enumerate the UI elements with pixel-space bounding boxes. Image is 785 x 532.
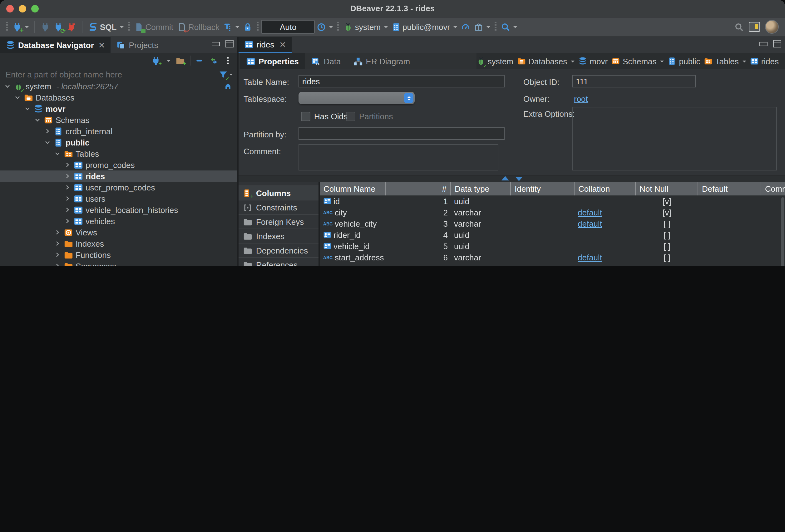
transaction-history-button[interactable]	[317, 22, 333, 31]
header-column-name[interactable]: Column Name	[320, 182, 386, 196]
column-row-vehicle-id[interactable]: vehicle_id 5 uuid [ ]	[320, 240, 785, 252]
chevron-right-icon[interactable]	[54, 251, 61, 258]
editor-tab-rides[interactable]: rides ✕	[238, 37, 292, 53]
connect-button[interactable]	[41, 22, 50, 31]
tree-item-tables[interactable]: Tables	[0, 148, 237, 159]
breadcrumb-movr[interactable]: movr	[578, 56, 608, 66]
active-schema-select[interactable]: public@movr	[391, 22, 457, 31]
transaction-log-button[interactable]	[223, 22, 239, 31]
breadcrumb-rides[interactable]: rides	[750, 56, 779, 66]
owner-link[interactable]: root	[574, 94, 588, 104]
side-tab-dependencies[interactable]: Dependencies	[238, 244, 319, 258]
commit-button[interactable]: Commit	[134, 22, 173, 31]
table-name-input[interactable]	[299, 75, 505, 87]
chevron-right-icon[interactable]	[64, 172, 71, 180]
chevron-down-icon[interactable]	[24, 105, 31, 112]
splitter-sash[interactable]	[238, 175, 785, 182]
search-button[interactable]	[501, 22, 517, 31]
column-row-rider-id[interactable]: rider_id 4 uuid [ ]	[320, 229, 785, 240]
view-menu-icon[interactable]	[224, 56, 232, 65]
maximize-editor-icon[interactable]	[773, 40, 781, 47]
lock-button[interactable]	[243, 22, 253, 31]
chevron-down-icon[interactable]	[54, 150, 61, 157]
maximize-panel-icon[interactable]	[225, 40, 233, 47]
extra-options-box[interactable]	[572, 107, 777, 171]
dashboard-button[interactable]	[461, 22, 470, 31]
breadcrumb-public[interactable]: public	[668, 56, 700, 66]
collation-link[interactable]: default	[578, 264, 602, 266]
vertical-scrollbar[interactable]	[781, 197, 784, 266]
side-tab-constraints[interactable]: Constraints	[238, 200, 319, 215]
disconnect-button[interactable]	[67, 22, 76, 31]
header-default[interactable]: Default	[698, 182, 761, 196]
header-collation[interactable]: Collation	[575, 182, 636, 196]
tree-item-sequences[interactable]: Sequences	[0, 260, 237, 266]
link-with-editor-icon[interactable]	[209, 56, 219, 65]
reconnect-button[interactable]: ⟳	[54, 22, 63, 31]
tree-item-promo-codes[interactable]: promo_codes	[0, 159, 237, 171]
minimize-panel-icon[interactable]	[212, 42, 220, 46]
tree-item-public[interactable]: public	[0, 137, 237, 148]
collation-link[interactable]: default	[578, 253, 602, 262]
commit-mode-select[interactable]: Auto	[261, 20, 315, 34]
rollback-button[interactable]: ↩ Rollback	[177, 22, 220, 31]
breadcrumb-system[interactable]: ✓system	[477, 56, 513, 66]
side-tab-indexes[interactable]: Indexes	[238, 229, 319, 244]
tablespace-select[interactable]	[299, 92, 415, 104]
avatar[interactable]	[765, 20, 779, 34]
tree-item-crdb-internal[interactable]: crdb_internal	[0, 126, 237, 137]
chevron-right-icon[interactable]	[54, 262, 61, 266]
tree-item-views[interactable]: Views	[0, 227, 237, 238]
chevron-down-icon[interactable]	[34, 116, 41, 124]
tab-er-diagram[interactable]: ER Diagram	[347, 53, 416, 69]
chevron-right-icon[interactable]	[64, 206, 71, 213]
new-connection-icon[interactable]: +	[151, 56, 160, 65]
breadcrumb-databases[interactable]: Databases	[517, 56, 575, 66]
tree-item-indexes[interactable]: Indexes	[0, 238, 237, 249]
chevron-down-icon[interactable]	[44, 138, 51, 146]
chevron-right-icon[interactable]	[54, 240, 61, 247]
partitions-checkbox[interactable]: Partitions	[346, 112, 393, 121]
tree-item-databases[interactable]: Databases	[0, 92, 237, 103]
new-folder-icon[interactable]: +	[176, 56, 185, 65]
tree-item-functions[interactable]: Functions	[0, 249, 237, 260]
filter-funnel-icon[interactable]: ✓	[219, 70, 228, 79]
has-oids-checkbox[interactable]: Has Oids	[301, 112, 348, 121]
side-tab-references[interactable]: References	[238, 258, 319, 266]
tree-item-rides[interactable]: rides	[0, 171, 237, 182]
column-row-id[interactable]: id 1 uuid [v]	[320, 196, 785, 207]
partition-by-input[interactable]	[299, 127, 505, 140]
comment-textarea[interactable]	[299, 144, 498, 171]
object-filter-input[interactable]	[4, 69, 219, 80]
collation-link[interactable]: default	[578, 219, 602, 228]
header-comment[interactable]: Comment	[761, 182, 785, 196]
chevron-right-icon[interactable]	[64, 217, 71, 225]
header-data-type[interactable]: Data type	[451, 182, 511, 196]
sql-editor-button[interactable]: SQL	[88, 22, 123, 32]
breadcrumb-tables[interactable]: Tables	[704, 56, 746, 66]
header-not-null[interactable]: Not Null	[636, 182, 698, 196]
tree-item-movr[interactable]: movr	[0, 103, 237, 114]
active-connection-select[interactable]: system	[344, 22, 387, 31]
header-identity[interactable]: Identity	[511, 182, 575, 196]
chevron-right-icon[interactable]	[44, 127, 51, 135]
tasks-button[interactable]	[474, 22, 490, 31]
perspective-icon[interactable]	[749, 22, 760, 32]
chevron-right-icon[interactable]	[64, 195, 71, 202]
quick-access-search-icon[interactable]	[734, 22, 744, 31]
minimize-editor-icon[interactable]	[759, 42, 767, 46]
tree-item-users[interactable]: users	[0, 193, 237, 204]
chevron-right-icon[interactable]	[64, 161, 71, 169]
breadcrumb-schemas[interactable]: Schemas	[611, 56, 664, 66]
tab-database-navigator[interactable]: Database Navigator ✕	[0, 37, 111, 53]
chevron-right-icon[interactable]	[64, 183, 71, 191]
tab-properties[interactable]: Properties	[240, 53, 305, 69]
object-id-input[interactable]	[572, 75, 696, 87]
column-row-end-address[interactable]: ABCend_address 7 varchar default [ ]	[320, 263, 785, 266]
tab-data[interactable]: Data	[305, 53, 347, 69]
close-icon[interactable]: ✕	[98, 40, 105, 50]
new-connection-button[interactable]: +	[12, 22, 29, 31]
chevron-right-icon[interactable]	[54, 229, 61, 236]
side-tab-foreign-keys[interactable]: Foreign Keys	[238, 215, 319, 229]
collation-link[interactable]: default	[578, 208, 602, 217]
